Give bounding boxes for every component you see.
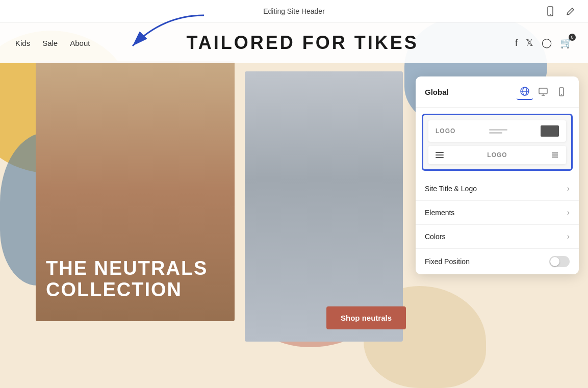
svg-point-10 bbox=[561, 94, 562, 95]
panel-desktop-icon[interactable] bbox=[535, 84, 551, 100]
site-social: f 𝕏 ◯ 🛒 0 bbox=[515, 37, 573, 49]
panel: Global bbox=[416, 76, 579, 274]
preview-line-1 bbox=[489, 129, 507, 131]
hamburger-icon bbox=[436, 152, 444, 158]
editing-label: Editing Site Header bbox=[263, 7, 325, 15]
panel-title: Global bbox=[425, 88, 449, 96]
editing-bar: Editing Site Header bbox=[0, 0, 588, 22]
preview-dark-block bbox=[541, 125, 559, 137]
edit-icon[interactable] bbox=[564, 4, 578, 18]
shop-button[interactable]: Shop neutrals bbox=[326, 306, 406, 329]
hamburger-line-3 bbox=[436, 157, 444, 158]
colors-label: Colors bbox=[425, 232, 445, 241]
preview-logo-desktop: LOGO bbox=[436, 127, 455, 135]
cart-icon-wrap[interactable]: 🛒 0 bbox=[560, 37, 573, 49]
fixed-position-label: Fixed Position bbox=[425, 257, 470, 266]
fixed-position-toggle-wrap bbox=[549, 256, 570, 267]
menu-icon bbox=[551, 151, 559, 159]
hero-text: THE NEUTRALS COLLECTION bbox=[46, 258, 224, 301]
facebook-icon[interactable]: f bbox=[515, 38, 518, 48]
toggle-knob bbox=[550, 257, 559, 266]
site-title-logo-label: Site Title & Logo bbox=[425, 185, 477, 193]
panel-item-site-title-logo[interactable]: Site Title & Logo › bbox=[416, 177, 579, 201]
hero-right-image bbox=[245, 71, 403, 342]
panel-item-elements[interactable]: Elements › bbox=[416, 201, 579, 225]
hero-line1: THE NEUTRALS bbox=[46, 258, 224, 279]
header-preview-container: LOGO LOGO bbox=[422, 114, 573, 171]
hamburger-line-1 bbox=[436, 152, 444, 153]
panel-globe-icon[interactable] bbox=[517, 84, 533, 100]
preview-logo-mobile: LOGO bbox=[487, 151, 507, 159]
panel-header: Global bbox=[416, 76, 579, 108]
fixed-position-toggle[interactable] bbox=[549, 256, 570, 267]
hero-left-image: THE NEUTRALS COLLECTION bbox=[36, 61, 235, 321]
site-title-logo-chevron: › bbox=[567, 184, 570, 193]
header-preview-desktop[interactable]: LOGO bbox=[428, 120, 566, 142]
preview-lines bbox=[489, 129, 507, 134]
nav-about[interactable]: About bbox=[70, 39, 90, 47]
mobile-preview-icon[interactable] bbox=[543, 4, 557, 18]
cart-badge: 0 bbox=[569, 34, 576, 41]
hero-line2: COLLECTION bbox=[46, 279, 224, 301]
site-header: Kids Sale About TAILORED FOR TIKES f 𝕏 ◯… bbox=[0, 22, 588, 63]
elements-chevron: › bbox=[567, 208, 570, 217]
panel-item-colors[interactable]: Colors › bbox=[416, 225, 579, 249]
instagram-icon[interactable]: ◯ bbox=[542, 37, 552, 48]
nav-sale[interactable]: Sale bbox=[42, 39, 58, 47]
twitter-icon[interactable]: 𝕏 bbox=[526, 37, 533, 48]
panel-mobile-icon[interactable] bbox=[553, 84, 570, 100]
preview-line-2 bbox=[489, 132, 502, 134]
header-preview-mobile[interactable]: LOGO bbox=[428, 146, 566, 164]
svg-rect-6 bbox=[539, 88, 547, 94]
kid-right-bg bbox=[245, 71, 403, 342]
site-title: TAILORED FOR TIKES bbox=[90, 32, 515, 54]
panel-item-fixed-position[interactable]: Fixed Position bbox=[416, 249, 579, 274]
svg-point-1 bbox=[550, 14, 551, 15]
nav-kids[interactable]: Kids bbox=[15, 39, 30, 47]
hamburger-line-2 bbox=[436, 154, 444, 156]
elements-label: Elements bbox=[425, 209, 454, 217]
top-right-icons bbox=[543, 4, 578, 18]
panel-view-icons bbox=[517, 84, 570, 100]
site-nav: Kids Sale About bbox=[15, 39, 90, 47]
colors-chevron: › bbox=[567, 232, 570, 241]
